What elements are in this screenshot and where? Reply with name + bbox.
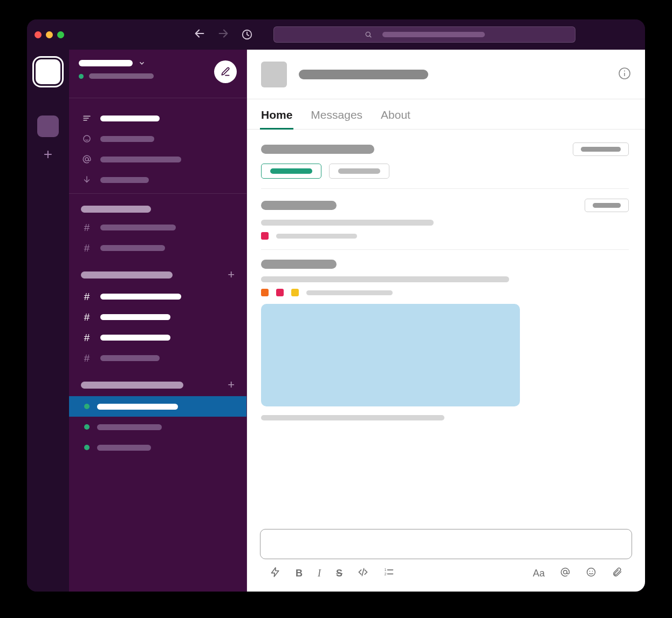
shortcuts-button[interactable] [270,567,280,580]
sidebar-channel[interactable]: # [69,307,246,327]
fullscreen-window-button[interactable] [57,31,64,38]
sidebar-dm-active[interactable] [69,396,246,417]
workspace-rail: + [27,50,69,592]
svg-point-8 [84,135,90,142]
sidebar-section-heading[interactable] [69,203,246,217]
sidebar-item-label [100,136,154,142]
tab-home[interactable]: Home [261,108,292,129]
legend-row [261,289,629,296]
compose-icon [220,66,231,77]
attach-button[interactable] [612,567,622,580]
sidebar-item-mentions[interactable] [69,149,246,169]
sidebar-item-label [100,355,160,361]
search-input[interactable] [273,26,575,43]
section-action-button[interactable] [585,199,629,212]
svg-point-23 [592,571,593,572]
channel-details-button[interactable] [618,67,631,82]
mentions-icon [81,154,93,164]
sidebar-channel[interactable]: # [69,237,246,258]
sidebar-channel[interactable]: # [69,286,246,307]
sidebar-channel[interactable]: # [69,327,246,348]
sidebar-item-label [100,225,176,230]
sidebar-item-dms[interactable] [69,128,246,149]
svg-point-22 [589,571,591,572]
at-icon [560,567,571,578]
sidebar-item-label [100,294,181,300]
code-button[interactable] [358,567,368,580]
sidebar-item-label [100,314,170,320]
add-dm-button[interactable]: + [228,378,235,392]
svg-point-13 [624,70,625,71]
sidebar-item-label [100,116,160,121]
message-input[interactable] [260,529,632,559]
workspace-tile-active[interactable] [36,59,60,84]
close-window-button[interactable] [35,31,42,38]
back-button[interactable] [194,28,205,42]
strike-button[interactable]: S [336,568,342,579]
emoji-button[interactable] [586,567,596,580]
sidebar-section: # # [69,194,246,258]
add-workspace-button[interactable]: + [44,147,52,162]
home-section [261,142,629,189]
add-channel-button[interactable]: + [228,268,235,282]
tab-messages[interactable]: Messages [311,108,362,129]
more-icon [81,175,93,185]
hash-icon: # [81,243,93,253]
section-title [261,145,374,154]
svg-text:1: 1 [385,568,387,572]
forward-button[interactable] [217,28,229,42]
legend-row [261,232,629,240]
svg-point-9 [85,158,88,161]
tab-about[interactable]: About [381,108,410,129]
list-button[interactable]: 12 [383,567,394,580]
sidebar-section-heading[interactable]: + [69,266,246,286]
workspace-status-text [89,73,154,79]
sidebar-dm[interactable] [69,417,246,437]
nav-arrows [194,28,229,42]
preview-card[interactable] [261,304,520,406]
formatting-toggle-button[interactable]: Aa [533,568,545,579]
workspace-tile[interactable] [37,116,59,137]
minimize-window-button[interactable] [46,31,53,38]
bold-button[interactable]: B [296,568,303,579]
sidebar-item-label [97,424,162,430]
sidebar-item-label [97,404,178,410]
sidebar-dm[interactable] [69,437,246,458]
legend-label [306,290,393,295]
chip-secondary[interactable] [329,164,389,179]
sidebar-section-heading[interactable]: + [69,376,246,396]
sidebar: # # + # # [69,50,247,592]
legend-swatch-icon [276,289,284,296]
list-icon: 12 [383,567,394,578]
emoji-icon [586,567,596,578]
sidebar-item-label [100,157,181,162]
history-button[interactable] [241,29,253,40]
legend-swatch-icon [261,232,269,240]
main-pane: Home Messages About [247,50,645,592]
section-body-line [261,220,434,226]
section-body-line [261,276,509,282]
composer-toolbar: B I S 12 Aa [260,559,632,580]
app-avatar [261,62,287,87]
dms-icon [81,134,93,144]
sidebar-channel[interactable]: # [69,348,246,368]
channel-title [299,70,428,79]
compose-button[interactable] [214,60,237,83]
presence-dot-icon [79,74,84,79]
window-controls [35,31,64,38]
italic-button[interactable]: I [318,568,321,579]
section-action-button[interactable] [573,142,629,156]
section-footer-line [261,415,444,420]
info-icon [618,67,631,80]
presence-dot-icon [84,424,90,430]
presence-dot-icon [84,404,90,409]
hash-icon: # [81,353,93,363]
sidebar-item-more[interactable] [69,169,246,190]
mention-button[interactable] [560,567,571,580]
sidebar-item-threads[interactable] [69,108,246,128]
workspace-switcher[interactable] [79,59,154,67]
hash-icon: # [81,312,93,322]
svg-text:2: 2 [385,572,387,576]
sidebar-channel[interactable]: # [69,217,246,237]
chip-primary[interactable] [261,164,321,179]
